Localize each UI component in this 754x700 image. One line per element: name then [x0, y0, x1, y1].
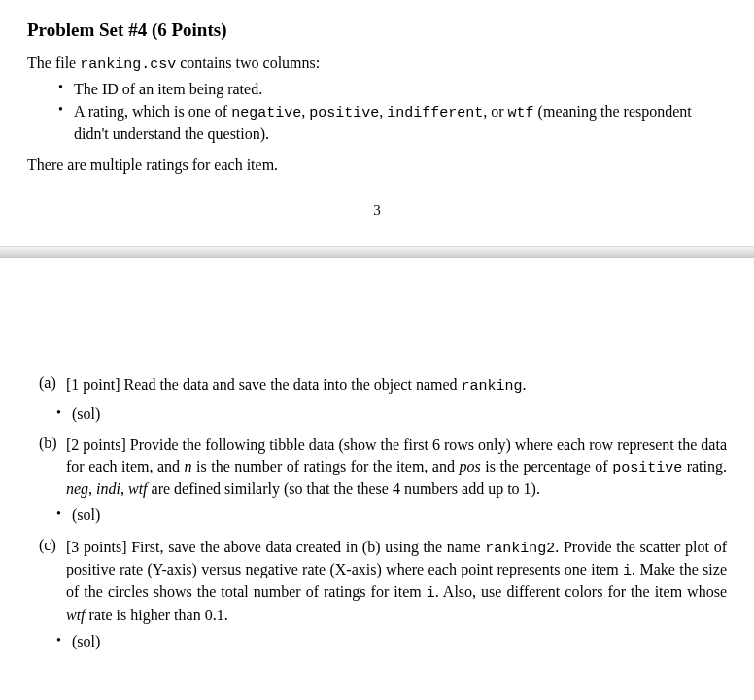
ital-pos: pos [459, 458, 480, 474]
title-suffix: ) [221, 19, 226, 40]
ital-wtf-c: wtf [66, 607, 86, 623]
code-ranking-csv: ranking.csv [80, 56, 176, 73]
page-1: Problem Set #4 (6 Points) The file ranki… [0, 0, 754, 246]
code-wtf: wtf [508, 105, 534, 122]
title-prefix: Problem Set #4 ( [27, 19, 157, 40]
code-i-1: i [623, 563, 632, 579]
part-b-label: (b) [39, 435, 66, 499]
part-b-sol-list: (sol) [27, 505, 727, 526]
part-c-sol-list: (sol) [27, 631, 727, 652]
code-positive-b: positive [612, 460, 682, 476]
list-item: The ID of an item being rated. [60, 79, 727, 100]
part-a-body: [1 point] Read the data and save the dat… [66, 374, 727, 397]
part-b-body: [2 points] Provide the following tibble … [66, 435, 727, 499]
intro-line-1: The file ranking.csv contains two column… [27, 52, 727, 75]
code-i-2: i [427, 585, 435, 602]
ital-neg: neg [66, 480, 88, 497]
list-item: A rating, which is one of negative, posi… [60, 101, 727, 145]
sol-item: (sol) [58, 505, 727, 526]
sol-item: (sol) [58, 403, 727, 425]
page-2: (a) [1 point] Read the data and save the… [0, 258, 754, 682]
code-positive: positive [309, 105, 379, 122]
code-negative: negative [231, 105, 301, 122]
part-c: (c) [3 points] First, save the above dat… [27, 537, 727, 625]
sol-item: (sol) [58, 631, 727, 652]
part-c-label: (c) [39, 537, 66, 625]
columns-list: The ID of an item being rated. A rating,… [27, 79, 727, 144]
code-ranking: ranking [462, 378, 523, 395]
problem-set-title: Problem Set #4 (6 Points) [27, 19, 727, 41]
intro-line-2: There are multiple ratings for each item… [27, 155, 727, 176]
ital-wtf-b: wtf [128, 480, 148, 497]
ital-indi: indi [96, 480, 120, 497]
part-c-body: [3 points] First, save the above data cr… [66, 537, 727, 625]
code-indifferent: indifferent [387, 105, 483, 122]
title-points: 6 Points [157, 19, 221, 40]
part-a: (a) [1 point] Read the data and save the… [27, 374, 727, 397]
page-divider [0, 246, 754, 258]
code-ranking2: ranking2 [485, 541, 555, 557]
part-a-label: (a) [39, 374, 66, 397]
ital-n: n [185, 458, 192, 474]
part-b: (b) [2 points] Provide the following tib… [27, 435, 727, 499]
part-a-sol-list: (sol) [27, 403, 727, 425]
page-number: 3 [27, 202, 727, 219]
